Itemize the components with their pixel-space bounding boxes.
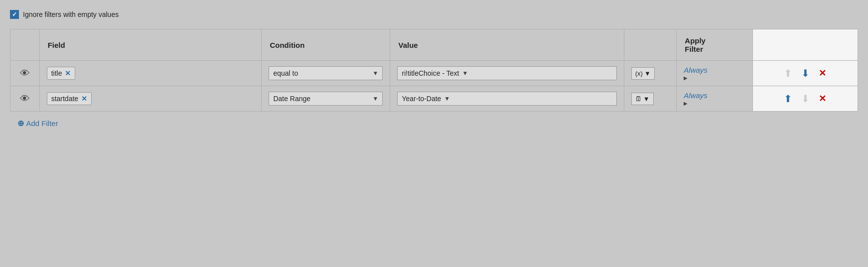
row2-actions-cell: ⬆ ⬇ ✕ [752,86,858,112]
row2-apply-toggle: Always ▶ [684,91,745,106]
row2-value-text: Year-to-Date [402,95,441,103]
chevron-down-icon: ▼ [462,70,468,77]
row2-move-down-button[interactable]: ⬇ [799,93,812,105]
row2-extra-label: 🗓 [635,95,642,103]
row1-remove-button[interactable]: ✕ [817,68,828,79]
row1-extra-control[interactable]: (x) ▼ [631,67,655,80]
filter-table: Field Condition Value ApplyFilter 👁 titl… [10,29,858,133]
row2-extra-control[interactable]: 🗓 ▼ [631,93,654,105]
row2-value-cell: Year-to-Date ▼ [390,86,624,112]
chevron-down-icon: ▼ [373,70,379,77]
th-actions [752,29,858,61]
row1-condition-cell: equal to ▼ [262,61,390,86]
row2-value-dropdown[interactable]: Year-to-Date ▼ [397,92,616,106]
row1-value-dropdown[interactable]: ri!titleChoice - Text ▼ [397,66,616,80]
row1-move-down-button[interactable]: ⬇ [799,67,812,79]
row2-apply-cell: Always ▶ [677,86,753,112]
top-bar: ✓ Ignore filters with empty values [10,10,858,19]
row2-condition-dropdown[interactable]: Date Range ▼ [269,92,383,106]
row2-field-name: startdate [51,95,78,103]
chevron-down-icon: ▼ [373,95,379,102]
row1-always-link[interactable]: Always [684,66,708,74]
row1-value-cell: ri!titleChoice - Text ▼ [390,61,624,86]
row1-field-tag: title ✕ [47,67,76,80]
row1-condition-value: equal to [273,69,298,77]
row2-extra-cell: 🗓 ▼ [624,86,677,112]
th-condition: Condition [262,29,390,61]
table-row: 👁 startdate ✕ Date Range ▼ Year-to-Date … [10,86,858,112]
row1-condition-dropdown[interactable]: equal to ▼ [269,66,383,80]
row1-move-up-button[interactable]: ⬆ [782,67,794,79]
th-value: Value [390,29,624,61]
add-filter-label: Add Filter [26,119,58,128]
add-filter-button[interactable]: ⊕ Add Filter [17,119,58,128]
row1-extra-cell: (x) ▼ [624,61,677,86]
row2-toggle-arrow[interactable]: ▶ [684,101,688,106]
eye-icon[interactable]: 👁 [20,68,30,79]
row2-field-tag: startdate ✕ [47,92,92,105]
row1-eye-cell: 👁 [10,61,40,86]
ignore-empty-checkbox[interactable]: ✓ Ignore filters with empty values [10,10,119,19]
row2-condition-cell: Date Range ▼ [262,86,390,112]
checkbox-box: ✓ [10,10,19,19]
row2-remove-icon[interactable]: ✕ [81,95,87,103]
row1-action-buttons: ⬆ ⬇ ✕ [760,67,851,79]
row2-condition-value: Date Range [273,95,310,103]
chevron-down-icon: ▼ [444,95,450,102]
row1-field-name: title [51,69,62,77]
plus-icon: ⊕ [17,119,24,128]
th-extra [624,29,677,61]
th-apply-filter: ApplyFilter [677,29,753,61]
row2-always-link[interactable]: Always [684,91,708,100]
chevron-down-icon: ▼ [643,95,650,103]
row1-apply-cell: Always ▶ [677,61,753,86]
row1-apply-toggle: Always ▶ [684,66,745,81]
add-filter-cell: ⊕ Add Filter [10,112,858,134]
row2-move-up-button[interactable]: ⬆ [782,93,794,105]
row1-actions-cell: ⬆ ⬇ ✕ [752,61,858,86]
row2-action-buttons: ⬆ ⬇ ✕ [760,93,851,105]
row1-field-cell: title ✕ [39,61,262,86]
row2-field-cell: startdate ✕ [39,86,262,112]
table-row: 👁 title ✕ equal to ▼ ri!titleChoice - Te… [10,61,858,86]
eye-icon[interactable]: 👁 [20,93,30,104]
checkbox-label: Ignore filters with empty values [23,10,119,18]
row2-eye-cell: 👁 [10,86,40,112]
row1-value-text: ri!titleChoice - Text [402,69,459,77]
chevron-down-icon: ▼ [644,70,651,77]
th-visibility [10,29,40,61]
row1-remove-icon[interactable]: ✕ [65,69,71,77]
row2-remove-button[interactable]: ✕ [817,93,828,104]
row1-extra-label: (x) [635,70,643,77]
th-field: Field [39,29,262,61]
row1-toggle-arrow[interactable]: ▶ [684,75,688,81]
add-filter-row: ⊕ Add Filter [10,112,858,134]
